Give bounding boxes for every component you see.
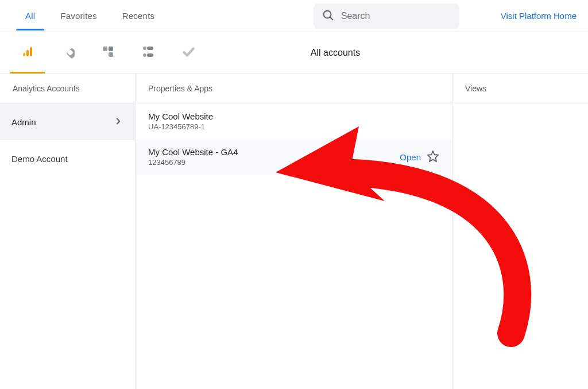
properties-column-header: Properties & Apps (136, 74, 452, 103)
property-id: UA-123456789-1 (148, 122, 439, 131)
check-icon (181, 44, 196, 61)
views-column-header: Views (452, 74, 588, 103)
data-studio-icon (141, 45, 155, 60)
search-input[interactable] (340, 10, 451, 22)
property-title: My Cool Website - GA4 (148, 147, 394, 157)
svg-line-1 (330, 17, 332, 20)
product-tabs (0, 37, 198, 69)
account-label: Admin (11, 117, 36, 127)
svg-rect-4 (30, 47, 32, 56)
property-item[interactable]: My Cool Website UA-123456789-1 (136, 103, 452, 139)
property-item-ga4[interactable]: My Cool Website - GA4 123456789 Open (136, 139, 452, 175)
search-box[interactable] (314, 3, 459, 29)
svg-rect-11 (147, 47, 153, 50)
svg-rect-9 (109, 52, 113, 57)
column-headers: Analytics Accounts Properties & Apps Vie… (0, 74, 588, 103)
tab-recents[interactable]: Recents (120, 2, 157, 30)
search-icon (322, 9, 334, 23)
open-button[interactable]: Open (400, 152, 421, 162)
accounts-column: Admin Demo Account (0, 103, 136, 389)
visit-platform-home-link[interactable]: Visit Platform Home (501, 11, 577, 21)
accounts-column-header: Analytics Accounts (0, 74, 136, 103)
star-icon[interactable] (427, 150, 439, 164)
account-item-demo[interactable]: Demo Account (0, 140, 135, 177)
surveys-product-tab[interactable] (179, 37, 198, 69)
properties-column: My Cool Website UA-123456789-1 My Cool W… (136, 103, 452, 389)
top-tabs: All Favorites Recents (7, 2, 157, 30)
property-text: My Cool Website - GA4 123456789 (148, 147, 394, 167)
optimize-product-tab[interactable] (99, 37, 117, 69)
tag-manager-icon (61, 45, 75, 60)
all-accounts-label: All accounts (198, 48, 588, 58)
svg-point-10 (143, 47, 146, 50)
svg-rect-13 (147, 53, 153, 57)
views-column (452, 103, 588, 389)
property-title: My Cool Website (148, 111, 439, 121)
property-text: My Cool Website UA-123456789-1 (148, 111, 439, 131)
product-row: All accounts (0, 32, 588, 74)
tab-all[interactable]: All (23, 2, 37, 30)
chevron-right-icon (113, 116, 123, 128)
svg-point-12 (143, 53, 146, 57)
top-bar: All Favorites Recents Visit Platform Hom… (0, 0, 588, 32)
analytics-product-tab[interactable] (18, 37, 37, 69)
svg-rect-3 (26, 50, 29, 56)
svg-rect-7 (103, 47, 107, 51)
optimize-icon (101, 45, 115, 60)
svg-rect-8 (109, 47, 113, 51)
analytics-icon (21, 45, 34, 60)
property-id: 123456789 (148, 158, 394, 167)
svg-rect-2 (23, 53, 25, 56)
account-label: Demo Account (11, 154, 68, 164)
account-item-admin[interactable]: Admin (0, 103, 135, 140)
tab-favorites[interactable]: Favorites (58, 2, 99, 30)
tag-manager-product-tab[interactable] (59, 37, 77, 69)
columns-body: Admin Demo Account My Cool Website UA-12… (0, 103, 588, 389)
svg-marker-14 (428, 151, 438, 161)
data-studio-product-tab[interactable] (139, 37, 157, 69)
